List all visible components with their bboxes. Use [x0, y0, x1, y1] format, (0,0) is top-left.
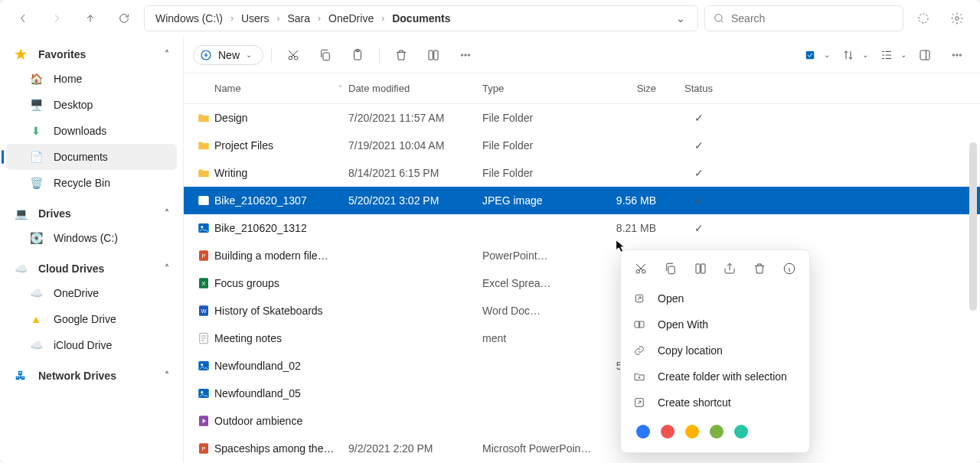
- column-size[interactable]: Size: [593, 83, 670, 94]
- file-row[interactable]: PSpaceships among the…9/2/2021 2:20 PMMi…: [184, 435, 980, 462]
- sidebar-section-favorites[interactable]: ★ Favorites ˄: [0, 43, 183, 66]
- search-icon: [713, 12, 725, 24]
- sidebar-item-label: Downloads: [54, 125, 106, 137]
- file-type-icon: [193, 166, 214, 180]
- up-button[interactable]: [77, 5, 104, 32]
- sidebar-item-documents[interactable]: 📄 Documents: [6, 144, 177, 170]
- ctx-paste-button[interactable]: [691, 258, 710, 279]
- file-type-icon: [193, 414, 214, 428]
- breadcrumb-segment[interactable]: OneDrive: [325, 11, 377, 26]
- details-pane-button[interactable]: [911, 41, 939, 69]
- ctx-copy-location[interactable]: Copy location: [621, 337, 809, 364]
- ctx-info-button[interactable]: [779, 258, 799, 279]
- file-row[interactable]: Project Files7/19/2021 10:04 AMFile Fold…: [184, 132, 980, 159]
- svg-point-1: [919, 14, 928, 23]
- new-button[interactable]: New ⌄: [193, 45, 263, 65]
- color-tag[interactable]: [685, 425, 699, 439]
- file-row[interactable]: Bike_210620_13075/20/2021 3:02 PMJPEG im…: [184, 187, 980, 214]
- ctx-label: Open With: [658, 318, 708, 331]
- sidebar-item-home[interactable]: 🏠 Home: [0, 66, 183, 92]
- sort-button[interactable]: [835, 41, 862, 69]
- color-tag[interactable]: [734, 425, 748, 439]
- ctx-open-with[interactable]: Open With: [621, 311, 809, 337]
- ctx-create-shortcut[interactable]: Create shortcut: [621, 390, 809, 416]
- sidebar-item-icloud-drive[interactable]: ☁️ iCloud Drive: [0, 332, 183, 358]
- sidebar-section-label: Cloud Drives: [38, 262, 104, 275]
- file-row[interactable]: Writing8/14/2021 6:15 PMFile Folder✓: [184, 159, 980, 187]
- file-status: ✓: [670, 167, 727, 179]
- file-row[interactable]: Design7/20/2021 11:57 AMFile Folder✓: [184, 104, 980, 132]
- network-icon: 🖧: [14, 369, 28, 383]
- ctx-open[interactable]: Open: [621, 285, 809, 311]
- sidebar-item-onedrive[interactable]: ☁️ OneDrive: [0, 280, 183, 306]
- ctx-cut-button[interactable]: [632, 258, 651, 279]
- sidebar-section-drives[interactable]: 💻 Drives ˄: [0, 202, 183, 225]
- sidebar-item-recycle-bin[interactable]: 🗑️ Recycle Bin: [0, 170, 183, 196]
- file-row[interactable]: Newfoundland_055.2 MB✓: [184, 380, 980, 407]
- svg-point-2: [956, 17, 959, 21]
- file-row[interactable]: XFocus groupsExcel Sprea…900 KB: [184, 269, 980, 297]
- rename-button[interactable]: [420, 41, 447, 69]
- column-status[interactable]: Status: [670, 83, 727, 94]
- file-type-icon: P: [193, 442, 214, 455]
- breadcrumb-segment[interactable]: Users: [238, 11, 273, 26]
- sidebar-item-label: Windows (C:): [54, 232, 118, 244]
- file-list[interactable]: Design7/20/2021 11:57 AMFile Folder✓Proj…: [184, 104, 980, 463]
- search-input[interactable]: Search: [704, 5, 903, 31]
- file-row[interactable]: PBuilding a modern file…PowerPoint…2.3 M…: [184, 242, 980, 269]
- sidebar-item-windows-c[interactable]: 💽 Windows (C:): [0, 225, 183, 251]
- back-button[interactable]: [9, 5, 37, 32]
- select-mode-button[interactable]: [796, 41, 824, 69]
- file-name: Newfoundland_05: [214, 387, 348, 399]
- sidebar-item-label: OneDrive: [54, 287, 99, 299]
- file-row[interactable]: Bike_210620_13128.21 MB✓: [184, 214, 980, 242]
- ctx-delete-button[interactable]: [750, 258, 769, 279]
- breadcrumb[interactable]: Windows (C:\) › Users › Sara › OneDrive …: [144, 5, 698, 31]
- ctx-color-tags: [621, 416, 809, 442]
- color-tag[interactable]: [636, 425, 650, 439]
- column-date[interactable]: Date modified: [348, 83, 482, 94]
- delete-button[interactable]: [387, 41, 415, 69]
- ctx-copy-button[interactable]: [662, 258, 681, 279]
- color-tag[interactable]: [710, 425, 724, 439]
- file-row[interactable]: Outdoor ambience104 MB✓: [184, 407, 980, 435]
- chevron-up-icon: ˄: [165, 370, 169, 381]
- chevron-down-icon: ⌄: [862, 51, 868, 59]
- more-button[interactable]: [452, 41, 479, 69]
- svg-point-20: [201, 198, 203, 201]
- cut-button[interactable]: [279, 41, 307, 69]
- breadcrumb-segment[interactable]: Sara: [284, 11, 313, 26]
- breadcrumb-segment[interactable]: Windows (C:\): [152, 11, 226, 26]
- scrollbar[interactable]: [969, 142, 977, 311]
- paste-button[interactable]: [344, 41, 371, 69]
- svg-point-11: [461, 54, 462, 55]
- search-placeholder: Search: [731, 12, 765, 24]
- pc-icon: 💻: [14, 207, 28, 220]
- file-row[interactable]: Meeting notesment9 KB✓: [184, 324, 980, 352]
- ctx-share-button[interactable]: [720, 258, 740, 279]
- forward-button[interactable]: [43, 5, 70, 32]
- settings-button[interactable]: [943, 5, 971, 32]
- svg-rect-40: [696, 264, 700, 273]
- copy-button[interactable]: [312, 41, 339, 69]
- svg-rect-6: [323, 53, 329, 60]
- overflow-button[interactable]: [943, 41, 971, 69]
- sidebar-item-desktop[interactable]: 🖥️ Desktop: [0, 92, 183, 118]
- ctx-create-folder-selection[interactable]: Create folder with selection: [621, 364, 809, 390]
- column-name[interactable]: Name˄: [214, 83, 348, 94]
- breadcrumb-dropdown-icon[interactable]: ⌄: [671, 12, 690, 24]
- view-button[interactable]: [873, 41, 900, 69]
- breadcrumb-segment-current[interactable]: Documents: [389, 11, 453, 26]
- sidebar-item-downloads[interactable]: ⬇ Downloads: [0, 118, 183, 144]
- file-row[interactable]: WHistory of SkateboardsWord Doc…640 KB✓: [184, 297, 980, 324]
- sidebar-section-network-drives[interactable]: 🖧 Network Drives ˄: [0, 364, 183, 387]
- refresh-button[interactable]: [110, 5, 138, 32]
- sidebar-section-cloud-drives[interactable]: ☁️ Cloud Drives ˄: [0, 257, 183, 280]
- color-tag[interactable]: [661, 425, 675, 439]
- column-type[interactable]: Type: [482, 83, 593, 94]
- file-type: File Folder: [482, 139, 593, 152]
- file-row[interactable]: Newfoundland_025.82 MB✓: [184, 352, 980, 380]
- chevron-down-icon: ⌄: [246, 51, 252, 59]
- sidebar-item-google-drive[interactable]: ▲ Google Drive: [0, 306, 183, 332]
- home-icon: 🏠: [29, 72, 43, 86]
